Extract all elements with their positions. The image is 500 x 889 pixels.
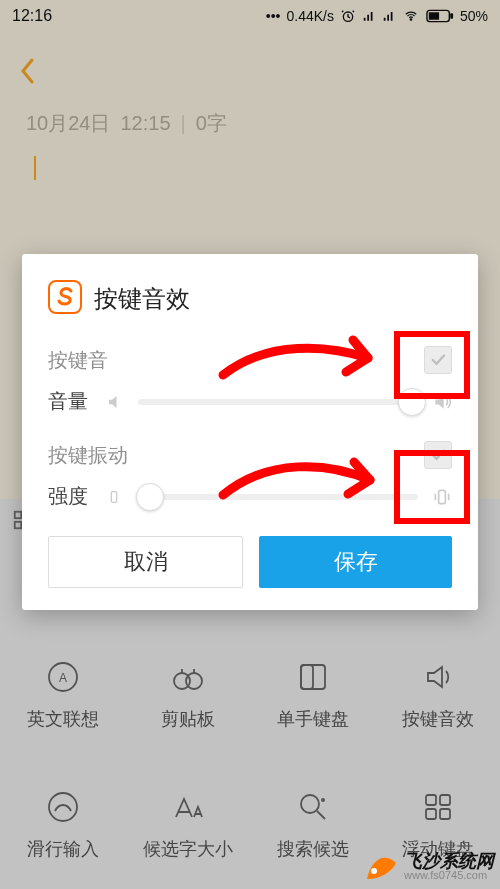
intensity-label: 强度 [48, 483, 92, 510]
save-button[interactable]: 保存 [259, 536, 452, 588]
watermark-brand: 飞沙系统网 [404, 852, 494, 870]
watermark-url: www.fs0745.com [404, 870, 494, 881]
vibrate-label: 按键振动 [48, 442, 128, 469]
annotation-arrow-icon [218, 330, 398, 390]
annotation-arrow-icon [218, 450, 398, 510]
key-sound-dialog: 按键音效 按键音 音量 按键振动 [22, 254, 478, 610]
volume-label: 音量 [48, 388, 92, 415]
volume-slider[interactable] [138, 399, 418, 405]
watermark: 飞沙系统网 www.fs0745.com [364, 849, 494, 883]
sound-label: 按键音 [48, 347, 108, 374]
svg-rect-22 [111, 491, 116, 502]
vibrate-low-icon [106, 488, 122, 506]
annotation-box [394, 450, 470, 524]
cancel-button[interactable]: 取消 [48, 536, 243, 588]
svg-point-24 [371, 868, 377, 874]
annotation-box [394, 331, 470, 399]
sogou-logo-icon [48, 280, 82, 318]
dialog-title: 按键音效 [94, 283, 190, 315]
volume-low-icon [106, 393, 124, 411]
